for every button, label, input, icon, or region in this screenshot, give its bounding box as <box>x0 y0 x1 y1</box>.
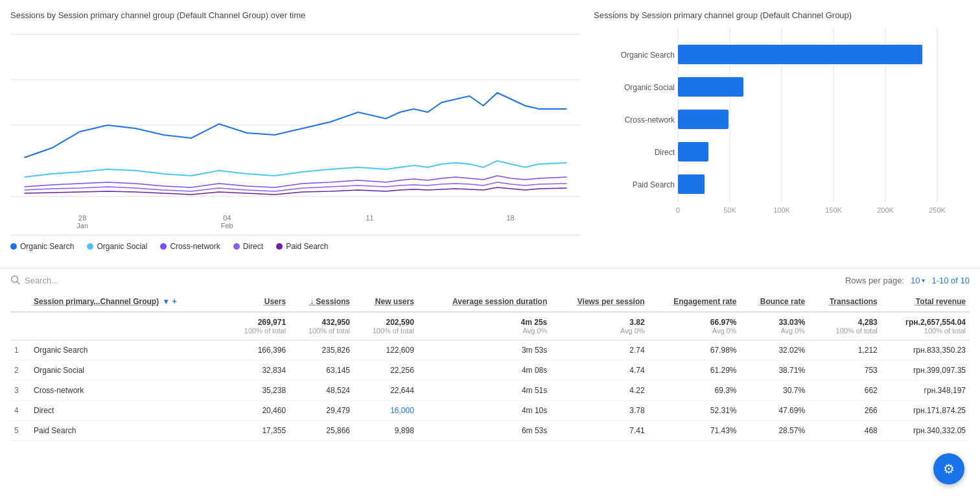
row-4-revenue: грн.171,874.25 <box>881 401 970 421</box>
row-1-users: 166,396 <box>226 340 290 361</box>
row-4-views: 3.78 <box>551 401 648 421</box>
row-4-channel[interactable]: Direct <box>30 401 226 421</box>
th-transactions[interactable]: Transactions <box>809 292 881 312</box>
data-table: Session primary...Channel Group) ▾ + Use… <box>10 292 970 441</box>
th-new-users[interactable]: New users <box>354 292 418 312</box>
row-2-new-users: 22,256 <box>354 361 418 381</box>
line-chart-title: Sessions by Session primary channel grou… <box>10 10 581 20</box>
row-3-bounce: 30.7% <box>741 381 810 401</box>
bar-chart-section: Sessions by Session primary channel grou… <box>594 10 970 257</box>
bar-chart-title: Sessions by Session primary channel grou… <box>594 10 970 20</box>
row-1-views: 2.74 <box>551 340 648 361</box>
svg-text:Organic Social: Organic Social <box>624 83 675 92</box>
totals-avg-session: 4m 25s Avg 0% <box>418 312 551 340</box>
legend-organic-search: Organic Search <box>10 242 74 251</box>
row-2-channel[interactable]: Organic Social <box>30 361 226 381</box>
totals-views: 3.82 Avg 0% <box>551 312 648 340</box>
svg-rect-20 <box>678 77 743 97</box>
search-box[interactable]: Search... <box>10 275 58 285</box>
row-2-avg-session: 4m 08s <box>418 361 551 381</box>
line-chart-svg: 15K 10K 5K 0 <box>10 28 581 209</box>
th-revenue[interactable]: Total revenue <box>881 292 970 312</box>
rows-count[interactable]: 10 ▾ <box>911 276 925 285</box>
search-row: Search... Rows per page: 10 ▾ 1-10 of 10 <box>10 268 970 292</box>
table-row: 3 Cross-network 35,238 48,524 22,644 4m … <box>10 381 970 401</box>
row-1-num: 1 <box>10 340 30 361</box>
table-row: 5 Paid Search 17,355 25,866 9,898 6m 53s… <box>10 421 970 441</box>
th-channel[interactable]: Session primary...Channel Group) ▾ + <box>30 292 226 312</box>
row-5-num: 5 <box>10 421 30 441</box>
row-1-channel[interactable]: Organic Search <box>30 340 226 361</box>
row-2-bounce: 38.71% <box>741 361 810 381</box>
row-5-engagement: 71.43% <box>649 421 741 441</box>
row-2-revenue: грн.399,097.35 <box>881 361 970 381</box>
legend-label-direct: Direct <box>243 242 263 251</box>
table-row: 2 Organic Social 32,834 63,145 22,256 4m… <box>10 361 970 381</box>
row-3-views: 4.22 <box>551 381 648 401</box>
row-3-transactions: 662 <box>809 381 881 401</box>
totals-revenue: грн.2,657,554.04 100% of total <box>881 312 970 340</box>
row-4-transactions: 266 <box>809 401 881 421</box>
svg-text:150K: 150K <box>825 206 842 214</box>
table-header-row: Session primary...Channel Group) ▾ + Use… <box>10 292 970 312</box>
legend-organic-social: Organic Social <box>87 242 147 251</box>
th-views-per-session[interactable]: Views per session <box>551 292 648 312</box>
svg-text:Direct: Direct <box>655 148 675 157</box>
row-4-avg-session: 4m 10s <box>418 401 551 421</box>
svg-text:250K: 250K <box>929 206 946 214</box>
row-3-engagement: 69.3% <box>649 381 741 401</box>
row-2-engagement: 61.29% <box>649 361 741 381</box>
svg-line-31 <box>18 282 20 285</box>
svg-text:100K: 100K <box>773 206 790 214</box>
rows-dropdown-arrow[interactable]: ▾ <box>922 277 925 284</box>
svg-rect-23 <box>678 174 705 194</box>
x-label-28jan: 28Jan <box>76 214 88 230</box>
row-3-num: 3 <box>10 381 30 401</box>
row-4-sessions: 29,479 <box>290 401 354 421</box>
th-channel-add[interactable]: + <box>172 297 177 306</box>
row-4-engagement: 52.31% <box>649 401 741 421</box>
row-5-sessions: 25,866 <box>290 421 354 441</box>
row-1-bounce: 32.02% <box>741 340 810 361</box>
rows-per-page-label: Rows per page: <box>845 276 904 285</box>
svg-text:Paid Search: Paid Search <box>633 180 675 189</box>
totals-users: 269,971 100% of total <box>226 312 290 340</box>
search-placeholder: Search... <box>25 276 58 285</box>
th-avg-session[interactable]: Average session duration <box>418 292 551 312</box>
row-1-sessions: 235,826 <box>290 340 354 361</box>
legend-label-paid-search: Paid Search <box>286 242 328 251</box>
row-5-avg-session: 6m 53s <box>418 421 551 441</box>
row-3-users: 35,238 <box>226 381 290 401</box>
line-chart-x-labels: 28Jan 04Feb 11 18 <box>10 211 581 232</box>
th-sessions[interactable]: ↓ Sessions <box>290 292 354 312</box>
svg-rect-21 <box>678 110 729 129</box>
row-2-users: 32,834 <box>226 361 290 381</box>
svg-text:0: 0 <box>676 206 680 214</box>
row-3-sessions: 48,524 <box>290 381 354 401</box>
table-section: Search... Rows per page: 10 ▾ 1-10 of 10… <box>0 268 980 451</box>
row-3-channel[interactable]: Cross-network <box>30 381 226 401</box>
legend-dot-paid-search <box>276 243 283 250</box>
svg-text:Cross-network: Cross-network <box>625 115 675 125</box>
x-label-11: 11 <box>366 214 373 230</box>
legend-direct: Direct <box>233 242 263 251</box>
row-1-avg-session: 3m 53s <box>418 340 551 361</box>
totals-new-users: 202,590 100% of total <box>354 312 418 340</box>
th-users[interactable]: Users <box>226 292 290 312</box>
th-num <box>10 292 30 312</box>
chart-legend: Organic Search Organic Social Cross-netw… <box>10 235 581 257</box>
legend-cross-network: Cross-network <box>160 242 220 251</box>
th-channel-dropdown[interactable]: ▾ <box>164 297 168 306</box>
totals-row: 269,971 100% of total 432,950 100% of to… <box>10 312 970 340</box>
th-bounce[interactable]: Bounce rate <box>741 292 810 312</box>
th-engagement[interactable]: Engagement rate <box>649 292 741 312</box>
row-5-revenue: грн.340,332.05 <box>881 421 970 441</box>
row-5-channel[interactable]: Paid Search <box>30 421 226 441</box>
bar-chart-svg: Organic Search Organic Social Cross-netw… <box>594 28 970 229</box>
row-5-views: 7.41 <box>551 421 648 441</box>
row-4-num: 4 <box>10 401 30 421</box>
row-4-new-users: 16,000 <box>354 401 418 421</box>
row-5-users: 17,355 <box>226 421 290 441</box>
page-range: 1-10 of 10 <box>931 276 970 285</box>
row-2-num: 2 <box>10 361 30 381</box>
